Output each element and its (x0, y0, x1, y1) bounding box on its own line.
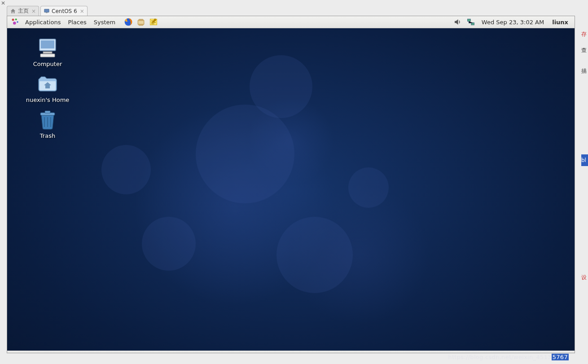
svg-point-2 (12, 19, 14, 21)
network-icon[interactable] (466, 18, 475, 26)
bokeh (276, 217, 353, 293)
svg-rect-12 (43, 52, 52, 53)
watermark-suffix: 5767 (552, 354, 569, 360)
svg-rect-8 (467, 19, 470, 21)
desktop-icon-label: Computer (33, 61, 62, 67)
desktop-icon-computer[interactable]: Computer (16, 37, 79, 67)
volume-icon[interactable] (453, 18, 462, 26)
bokeh (142, 217, 196, 271)
gnome-bottom-panel[interactable] (7, 351, 575, 353)
gnome-foot-icon[interactable] (10, 17, 20, 27)
svg-rect-11 (41, 40, 54, 48)
nautilus-icon[interactable] (136, 17, 146, 27)
notes-icon[interactable] (149, 17, 158, 27)
menu-applications[interactable]: Applications (22, 18, 64, 27)
svg-rect-1 (46, 12, 48, 13)
page-sliver: 描 (581, 67, 588, 75)
desktop-icon-trash[interactable]: Trash (16, 109, 79, 139)
gnome-top-panel: Applications Places System (7, 16, 575, 28)
svg-point-4 (17, 21, 18, 23)
trash-icon (37, 109, 58, 131)
tab-home[interactable]: 主页 × (7, 6, 39, 16)
panel-clock[interactable]: Wed Sep 23, 3:02 AM (480, 19, 546, 26)
desktop-icon-home[interactable]: nuexin's Home (16, 73, 79, 103)
desktop-icon-label: Trash (40, 132, 55, 139)
svg-rect-13 (40, 54, 55, 57)
svg-point-5 (13, 22, 16, 25)
vm-icon (44, 8, 50, 14)
firefox-icon[interactable] (123, 17, 133, 27)
close-icon[interactable]: × (80, 9, 84, 14)
home-folder-icon (37, 73, 58, 95)
tab-centos[interactable]: CentOS 6 × (40, 6, 88, 16)
page-sliver: 存 (581, 31, 588, 38)
bokeh (250, 55, 312, 118)
bokeh (101, 145, 151, 194)
watermark-prefix: https://blog.csdn.net/weixin_4513 (448, 354, 551, 360)
tab-label: CentOS 6 (52, 8, 77, 14)
close-icon[interactable]: × (31, 9, 36, 14)
panel-left: Applications Places System (7, 17, 160, 27)
page-sliver: 查 (581, 47, 588, 54)
home-icon (10, 8, 16, 14)
svg-rect-15 (45, 111, 50, 113)
host-frame: ✕ 主页 × CentOS 6 × Applications Place (0, 0, 581, 364)
menu-system[interactable]: System (90, 18, 119, 27)
tabstrip: 主页 × CentOS 6 × (7, 6, 88, 16)
svg-rect-0 (44, 9, 49, 12)
computer-icon (37, 37, 58, 59)
bokeh (196, 105, 294, 203)
panel-user[interactable]: liunx (550, 19, 570, 26)
desktop[interactable]: Computer nuexin's Home (7, 28, 575, 351)
tab-label: 主页 (18, 7, 29, 15)
watermark: https://blog.csdn.net/weixin_45135767 (448, 354, 569, 360)
desktop-icon-label: nuexin's Home (26, 96, 70, 103)
menu-places[interactable]: Places (64, 18, 90, 27)
page-sliver: bl (581, 154, 588, 166)
vm-viewport: Applications Places System (7, 16, 575, 353)
bokeh (348, 167, 389, 208)
svg-point-3 (15, 18, 17, 20)
panel-right: Wed Sep 23, 3:02 AM liunx (453, 18, 575, 26)
host-close-icon[interactable]: ✕ (0, 0, 6, 6)
page-sliver: 设 (581, 274, 588, 281)
